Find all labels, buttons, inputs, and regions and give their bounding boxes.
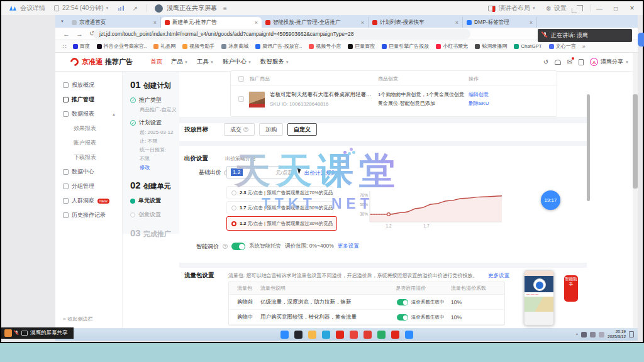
browser-tab-1[interactable]: 新建单元-推荐广告×	[161, 17, 262, 28]
mini-preview-panel[interactable]: — — —	[524, 270, 554, 326]
sidebar-item-8[interactable]: 人群洞察NEW	[55, 194, 122, 208]
plan-edit-link[interactable]: 修改	[140, 164, 179, 171]
meeting-detail-button[interactable]: 会议详情	[20, 4, 45, 13]
sidebar-item-9[interactable]: 历史操作记录	[55, 208, 122, 222]
nav-item-3[interactable]: 账户中心▼	[223, 58, 252, 66]
bookmark-3[interactable]: 视频号助手	[182, 43, 214, 50]
tab-close-icon[interactable]: ×	[361, 19, 364, 26]
sidebar-item-5[interactable]: 下载报表	[55, 150, 122, 165]
bookmark-2[interactable]: 礼品网	[153, 43, 175, 50]
wechat-icon[interactable]	[377, 331, 386, 339]
shared-clock[interactable]: 20:192025/3/12	[608, 329, 626, 339]
bookmark-5[interactable]: 腾讯广告-投放官..	[255, 43, 302, 50]
start-icon[interactable]	[280, 331, 289, 339]
refresh-icon[interactable]: ↺	[542, 58, 550, 66]
sidebar-item-0[interactable]: 投放概况	[55, 78, 122, 92]
product-title[interactable]: 岩板可定制天然奢石大理石餐桌家用轻奢高端饭桌…	[270, 91, 375, 99]
browser-scrollbar-track[interactable]	[633, 53, 638, 328]
goal-option-cart[interactable]: 加购	[259, 123, 283, 136]
browser-tab-0[interactable]: 京准通首页×	[68, 17, 161, 28]
maximize-button[interactable]: □	[608, 1, 624, 15]
step-1-item-promo-type[interactable]: ✓推广类型	[130, 96, 179, 104]
meeting-panel-toggle[interactable]	[638, 33, 644, 47]
smart-pricing-toggle[interactable]	[231, 243, 245, 250]
sidebar-item-1[interactable]: 推广管理	[55, 92, 122, 107]
minimize-button[interactable]: —	[591, 1, 608, 15]
tab-close-icon[interactable]: ×	[455, 19, 458, 26]
bookmark-1[interactable]: 抖音企业号商家官..	[97, 43, 147, 50]
close-button[interactable]: ×	[624, 1, 640, 15]
bookmark-12[interactable]: 文心一言	[549, 43, 576, 50]
row-checkbox[interactable]	[238, 96, 244, 102]
chrome-icon[interactable]	[350, 331, 358, 339]
meeting-timer-bubble[interactable]: 19:17	[541, 190, 560, 210]
bookmark-7[interactable]: 巨量百应	[348, 43, 375, 50]
bid-option-2[interactable]: 1.2元/点击 | 预期广告展现量超过30%的竞品	[226, 216, 337, 231]
browser-tab-2[interactable]: 智能投放-推广管理-全店推广×	[262, 17, 369, 28]
account-name[interactable]: 漠鹰分享	[601, 58, 623, 66]
delete-sku-link[interactable]: 删除SKU	[469, 100, 489, 107]
browser-tab-3[interactable]: 计划列表-搜索快车×	[369, 17, 463, 28]
settings-button[interactable]: 设置	[554, 4, 567, 13]
brand-name[interactable]: 京准通	[82, 57, 103, 67]
bookmark-8[interactable]: 巨量引擎广告投放	[382, 43, 429, 50]
network-tray-icon[interactable]	[590, 332, 596, 337]
nav-item-0[interactable]: 首页	[150, 58, 162, 66]
url-input[interactable]: jzt.jd.com/touch_point/index.html#/norma…	[93, 29, 470, 39]
nav-item-4[interactable]: 数智服务▼	[260, 58, 289, 66]
back-icon[interactable]: ←	[63, 30, 70, 38]
account-avatar[interactable]: A	[590, 58, 598, 66]
sidebar-item-2[interactable]: 数据报表▲	[55, 107, 122, 121]
sidebar-item-3[interactable]: 效果报表	[55, 121, 122, 136]
notification-icon[interactable]	[629, 331, 634, 337]
layout-button[interactable]: 演讲者布局	[499, 4, 530, 13]
bookmarks-overflow-icon[interactable]: »	[582, 43, 586, 50]
fullscreen-icon[interactable]	[577, 5, 583, 11]
sidebar-collapse-button[interactable]: «收起侧边栏	[63, 315, 92, 322]
sidebar-item-4[interactable]: 账户报表	[55, 136, 122, 150]
tab-close-icon[interactable]: ×	[530, 19, 533, 26]
tab-close-icon[interactable]: ×	[255, 19, 258, 26]
tab-search-chevron-icon[interactable]: ▼	[60, 19, 64, 23]
step-1-item-plan-settings[interactable]: ✓计划设置	[130, 119, 179, 127]
premium-toggle[interactable]	[397, 314, 408, 321]
battery-tray-icon[interactable]	[599, 332, 604, 337]
bookmark-6[interactable]: 视频号小店	[309, 43, 341, 50]
volume-tray-icon[interactable]	[581, 332, 587, 337]
tab-close-icon[interactable]: ×	[153, 19, 157, 26]
nav-item-2[interactable]: 工具▼	[197, 58, 214, 66]
flow-more-link[interactable]: 更多设置	[488, 272, 509, 280]
goal-option-custom[interactable]: 自定义	[287, 123, 317, 136]
assistant-button[interactable]: 智能助手	[564, 275, 578, 302]
mail-icon[interactable]: ✉	[566, 58, 574, 66]
edit-creative-link[interactable]: 编辑创意	[469, 91, 489, 98]
bid-option-1[interactable]: 1.7元/点击 | 预期广告展现量超过50%的竞品	[226, 201, 333, 214]
apps-grid-icon[interactable]: ∷	[63, 43, 67, 50]
headset-icon[interactable]	[555, 60, 561, 65]
file-explorer-icon[interactable]	[294, 331, 303, 339]
bookmark-11[interactable]: ChatGPT	[514, 43, 541, 49]
bookmark-9[interactable]: 小红书聚光	[436, 43, 468, 50]
bookmark-10[interactable]: 鲸洞录播网	[475, 43, 507, 50]
smart-pricing-more-link[interactable]: 更多设置	[338, 243, 359, 250]
edge-icon[interactable]	[322, 331, 330, 339]
bookmark-4[interactable]: 冰泉商城	[221, 43, 248, 50]
bid-option-0[interactable]: 2.3元/点击 | 预期广告展现量超过70%的竞品	[226, 186, 333, 199]
screen-share-pill[interactable]: 漠鹰的屏幕共享	[1, 327, 74, 339]
base-bid-input[interactable]: 1.2 元/点击	[226, 166, 297, 178]
step-2-item-creative-settings[interactable]: 创意设置	[130, 211, 179, 219]
folder-icon[interactable]	[308, 331, 316, 339]
meeting-icon[interactable]	[405, 331, 413, 339]
sidebar-item-7[interactable]: 分组管理	[55, 179, 122, 194]
browser-scrollbar-thumb[interactable]	[633, 94, 638, 189]
jd-app-icon[interactable]	[336, 331, 344, 339]
bookmark-0[interactable]: 百度	[73, 43, 90, 50]
content-scrollbar-thumb[interactable]	[587, 94, 590, 201]
browser-tab-4[interactable]: DMP-标签管理×	[463, 17, 537, 28]
forward-icon[interactable]: →	[76, 30, 83, 38]
red-app-icon[interactable]	[391, 331, 399, 339]
grid-icon[interactable]: ≡	[223, 5, 227, 12]
bid-strategy-link[interactable]: 出价策略介绍	[225, 155, 255, 162]
goal-option-deal[interactable]: 成交?	[224, 123, 255, 136]
meeting-timer[interactable]: 22:54 (40分钟)	[62, 4, 104, 13]
